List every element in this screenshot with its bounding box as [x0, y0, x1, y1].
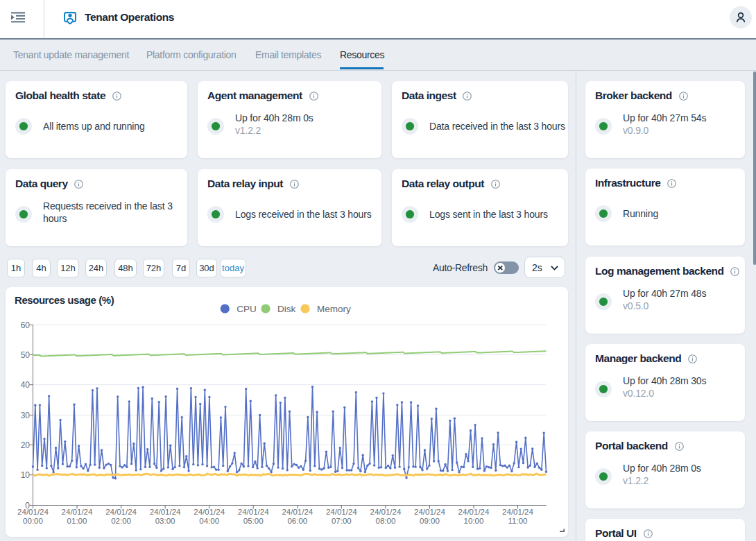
svg-text:24/01/24: 24/01/24 — [105, 508, 137, 516]
svg-text:24/01/24: 24/01/24 — [17, 508, 49, 516]
svg-text:06:00: 06:00 — [287, 517, 307, 525]
svg-text:30: 30 — [21, 411, 31, 420]
svg-text:09:00: 09:00 — [420, 517, 440, 525]
svg-text:Memory: Memory — [317, 304, 351, 314]
svg-text:02:00: 02:00 — [111, 517, 131, 525]
svg-text:40: 40 — [21, 380, 31, 390]
svg-text:24/01/24: 24/01/24 — [502, 508, 533, 516]
svg-text:10: 10 — [21, 470, 31, 480]
svg-text:24/01/24: 24/01/24 — [62, 508, 93, 516]
svg-text:05:00: 05:00 — [243, 517, 264, 525]
svg-text:24/01/24: 24/01/24 — [150, 508, 181, 516]
svg-text:03:00: 03:00 — [155, 517, 175, 525]
svg-text:CPU: CPU — [237, 304, 257, 314]
svg-text:Resources usage (%): Resources usage (%) — [15, 294, 114, 306]
svg-text:10:00: 10:00 — [464, 517, 484, 525]
svg-text:04:00: 04:00 — [199, 517, 219, 525]
svg-text:60: 60 — [21, 320, 31, 330]
svg-text:Disk: Disk — [277, 304, 295, 314]
svg-text:00:00: 00:00 — [23, 517, 43, 525]
svg-text:24/01/24: 24/01/24 — [194, 508, 225, 516]
svg-text:08:00: 08:00 — [376, 517, 396, 525]
svg-text:01:00: 01:00 — [67, 517, 87, 525]
svg-text:24/01/24: 24/01/24 — [238, 508, 269, 516]
svg-text:24/01/24: 24/01/24 — [458, 508, 490, 516]
svg-text:24/01/24: 24/01/24 — [414, 508, 445, 516]
svg-text:24/01/24: 24/01/24 — [282, 508, 313, 516]
svg-text:11:00: 11:00 — [508, 517, 528, 525]
svg-text:24/01/24: 24/01/24 — [370, 508, 402, 516]
svg-text:20: 20 — [21, 440, 31, 450]
svg-text:50: 50 — [21, 350, 31, 360]
svg-text:24/01/24: 24/01/24 — [326, 508, 357, 516]
svg-text:07:00: 07:00 — [332, 517, 352, 525]
